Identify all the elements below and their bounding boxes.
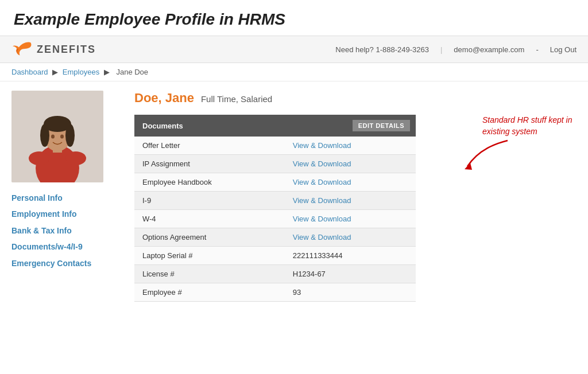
logo-bird-icon <box>11 41 32 57</box>
doc-value: 222111333444 <box>285 247 416 265</box>
page-title-bar: Example Employee Profile in HRMS <box>0 0 588 36</box>
logo-text: ZENEFITS <box>37 44 96 56</box>
sidebar-item-emergency-contacts[interactable]: Emergency Contacts <box>11 257 121 270</box>
edit-details-button[interactable]: EDIT DETAILS <box>353 120 410 131</box>
profile-name: Doe, Jane <box>134 91 194 106</box>
breadcrumb-sep2: ▶ <box>104 68 112 76</box>
edit-details-col: EDIT DETAILS <box>285 115 416 137</box>
doc-label: Employee Handbook <box>134 173 285 192</box>
doc-label: IP Assignment <box>134 155 285 173</box>
doc-value: H1234-67 <box>285 265 416 283</box>
table-row: Employee #93 <box>134 283 416 302</box>
annotation-text: Standard HR stuff kept in existing syste… <box>482 115 574 137</box>
avatar-image <box>11 91 103 182</box>
table-row: I-9View & Download <box>134 192 416 210</box>
doc-label: Laptop Serial # <box>134 247 285 265</box>
view-download-link[interactable]: View & Download <box>293 233 351 241</box>
page-title: Example Employee Profile in HRMS <box>14 10 574 29</box>
profile-header: Doe, Jane Full Time, Salaried <box>134 91 577 106</box>
table-row: License #H1234-67 <box>134 265 416 283</box>
top-nav: ZENEFITS Need help? 1-888-249-3263 | dem… <box>0 36 588 63</box>
doc-value[interactable]: View & Download <box>285 137 416 155</box>
breadcrumb: Dashboard ▶ Employees ▶ Jane Doe <box>0 63 588 81</box>
nav-separator: - <box>536 45 538 54</box>
svg-point-10 <box>29 151 49 165</box>
table-row: W-4View & Download <box>134 210 416 228</box>
help-text: Need help? 1-888-249-3263 <box>335 45 429 54</box>
breadcrumb-employees[interactable]: Employees <box>63 68 99 76</box>
doc-value[interactable]: View & Download <box>285 228 416 247</box>
svg-rect-7 <box>44 124 71 130</box>
table-row: IP AssignmentView & Download <box>134 155 416 173</box>
avatar <box>11 91 103 182</box>
doc-label: Employee # <box>134 283 285 302</box>
documents-table: Documents EDIT DETAILS Offer LetterView … <box>134 115 416 302</box>
svg-point-9 <box>60 135 64 139</box>
sidebar-item-bank-tax-info[interactable]: Bank & Tax Info <box>11 224 121 237</box>
table-row: Offer LetterView & Download <box>134 137 416 155</box>
sidebar: Personal Info Employment Info Bank & Tax… <box>11 91 121 302</box>
doc-value[interactable]: View & Download <box>285 210 416 228</box>
doc-label: License # <box>134 265 285 283</box>
view-download-link[interactable]: View & Download <box>293 141 351 150</box>
sidebar-item-employment-info[interactable]: Employment Info <box>11 208 121 220</box>
doc-value[interactable]: View & Download <box>285 192 416 210</box>
sidebar-item-documents[interactable]: Documents/w-4/I-9 <box>11 240 121 253</box>
user-email-link[interactable]: demo@example.com <box>454 45 524 54</box>
nav-right: Need help? 1-888-249-3263 | demo@example… <box>335 45 577 54</box>
sidebar-nav: Personal Info Employment Info Bank & Tax… <box>11 192 121 270</box>
svg-point-11 <box>65 151 86 165</box>
logo-area: ZENEFITS <box>11 41 96 57</box>
doc-value[interactable]: View & Download <box>285 173 416 192</box>
nav-divider: | <box>440 45 442 54</box>
profile-status: Full Time, Salaried <box>201 94 272 104</box>
doc-label: W-4 <box>134 210 285 228</box>
doc-label: I-9 <box>134 192 285 210</box>
table-row: Laptop Serial #222111333444 <box>134 247 416 265</box>
breadcrumb-dashboard[interactable]: Dashboard <box>11 68 48 76</box>
sidebar-item-personal-info[interactable]: Personal Info <box>11 192 121 204</box>
annotation-arrow <box>462 138 519 172</box>
breadcrumb-current: Jane Doe <box>116 68 148 76</box>
logout-link[interactable]: Log Out <box>550 45 577 54</box>
avatar-container <box>11 91 103 182</box>
doc-value: 93 <box>285 283 416 302</box>
view-download-link[interactable]: View & Download <box>293 215 351 223</box>
doc-label: Options Agreement <box>134 228 285 247</box>
svg-point-8 <box>51 135 55 139</box>
table-row: Options AgreementView & Download <box>134 228 416 247</box>
view-download-link[interactable]: View & Download <box>293 178 351 186</box>
doc-label: Offer Letter <box>134 137 285 155</box>
table-row: Employee HandbookView & Download <box>134 173 416 192</box>
documents-header: Documents <box>134 115 285 137</box>
doc-value[interactable]: View & Download <box>285 155 416 173</box>
view-download-link[interactable]: View & Download <box>293 196 351 205</box>
view-download-link[interactable]: View & Download <box>293 159 351 168</box>
breadcrumb-sep1: ▶ <box>52 68 60 76</box>
